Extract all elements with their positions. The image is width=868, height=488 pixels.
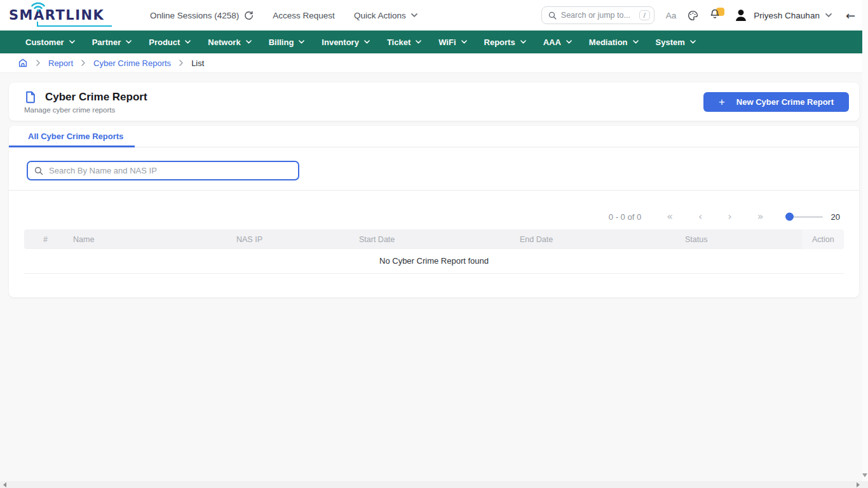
tab-bar: All Cyber Crime Reports bbox=[9, 126, 859, 147]
page-title: Cyber Crime Report bbox=[45, 91, 147, 104]
theme-palette-icon[interactable] bbox=[688, 10, 698, 21]
nav-item-label: Ticket bbox=[387, 37, 410, 47]
breadcrumb-link-cyber-crime-reports[interactable]: Cyber Crime Reports bbox=[93, 58, 171, 68]
search-icon bbox=[548, 11, 557, 20]
page-size-value: 20 bbox=[831, 212, 840, 222]
nav-item-label: Billing bbox=[269, 37, 294, 47]
access-request-label: Access Request bbox=[273, 11, 335, 20]
chevron-down-icon bbox=[416, 40, 421, 44]
scroll-left-arrow-icon[interactable] bbox=[3, 482, 6, 487]
breadcrumb-link-report[interactable]: Report bbox=[48, 58, 73, 68]
quick-actions-menu[interactable]: Quick Actions bbox=[354, 11, 417, 20]
nav-item-reports[interactable]: Reports bbox=[484, 37, 526, 47]
nav-item-label: WiFi bbox=[438, 37, 456, 47]
empty-state-row: No Cyber Crime Report found bbox=[24, 249, 844, 273]
nav-item-label: System bbox=[656, 37, 685, 47]
new-cyber-crime-report-button[interactable]: + New Cyber Crime Report bbox=[703, 92, 849, 112]
access-request-link[interactable]: Access Request bbox=[273, 11, 335, 20]
chevron-down-icon bbox=[461, 40, 467, 44]
main-content: Cyber Crime Report Manage cyber crime re… bbox=[0, 73, 868, 307]
header-right-cluster: / Aa Priyesh Chauhan ← bbox=[541, 6, 855, 24]
page-header-card: Cyber Crime Report Manage cyber crime re… bbox=[9, 83, 859, 121]
wifi-icon bbox=[30, 1, 46, 12]
chevron-down-icon bbox=[690, 40, 696, 44]
list-search-input[interactable] bbox=[49, 166, 292, 175]
pagination-first-icon[interactable]: « bbox=[667, 212, 673, 222]
scroll-down-arrow-icon[interactable] bbox=[862, 473, 867, 477]
chevron-down-icon bbox=[126, 40, 132, 44]
column-header-action: Action bbox=[802, 229, 844, 249]
column-header-name: Name bbox=[63, 229, 226, 249]
smartlink-logo: SMARTLINK bbox=[9, 3, 112, 28]
chevron-down-icon bbox=[69, 40, 75, 44]
nav-item-aaa[interactable]: AAA bbox=[543, 37, 572, 47]
horizontal-scrollbar[interactable] bbox=[0, 481, 868, 488]
reports-table: # Name NAS IP Start Date End Date Status… bbox=[24, 229, 844, 274]
nav-item-label: Mediation bbox=[589, 37, 628, 47]
nav-item-label: Customer bbox=[25, 37, 64, 47]
nav-item-mediation[interactable]: Mediation bbox=[589, 37, 639, 47]
pagination-range: 0 - 0 of 0 bbox=[609, 212, 641, 222]
nav-item-ticket[interactable]: Ticket bbox=[387, 37, 421, 47]
nav-item-label: Product bbox=[149, 37, 180, 47]
nav-item-inventory[interactable]: Inventory bbox=[322, 37, 370, 47]
user-menu[interactable]: Priyesh Chauhan bbox=[734, 8, 832, 22]
report-list-card: All Cyber Crime Reports 0 - 0 of 0 « ‹ ›… bbox=[9, 126, 859, 297]
user-name: Priyesh Chauhan bbox=[754, 11, 820, 20]
font-size-toggle[interactable]: Aa bbox=[666, 11, 677, 20]
bell-icon bbox=[710, 9, 720, 19]
quick-actions-label: Quick Actions bbox=[354, 11, 406, 20]
breadcrumb-separator-icon bbox=[179, 60, 183, 66]
vertical-scrollbar[interactable] bbox=[862, 0, 868, 481]
tab-all-cyber-crime-reports[interactable]: All Cyber Crime Reports bbox=[9, 126, 135, 147]
nav-item-customer[interactable]: Customer bbox=[25, 37, 75, 47]
pagination-last-icon[interactable]: » bbox=[757, 212, 764, 222]
logo-underline bbox=[37, 22, 112, 27]
scroll-right-arrow-icon[interactable] bbox=[857, 482, 860, 487]
chevron-down-icon bbox=[411, 13, 417, 17]
chevron-down-icon bbox=[185, 40, 191, 44]
online-sessions-link[interactable]: Online Sessions (4258) bbox=[150, 11, 254, 20]
keyboard-shortcut-badge: / bbox=[639, 10, 650, 20]
pagination-prev-icon[interactable]: ‹ bbox=[698, 212, 702, 222]
nav-item-product[interactable]: Product bbox=[149, 37, 191, 47]
global-search-input[interactable] bbox=[561, 11, 635, 20]
back-arrow-button[interactable]: ← bbox=[846, 9, 855, 22]
page-header-left: Cyber Crime Report Manage cyber crime re… bbox=[24, 90, 147, 114]
nav-item-label: Reports bbox=[484, 37, 515, 47]
main-nav: Customer Partner Product Network Billing… bbox=[0, 30, 868, 53]
breadcrumb-separator-icon bbox=[36, 60, 40, 66]
global-search-box[interactable]: / bbox=[541, 6, 654, 24]
nav-item-wifi[interactable]: WiFi bbox=[438, 37, 466, 47]
chevron-down-icon bbox=[633, 40, 639, 44]
nav-item-partner[interactable]: Partner bbox=[92, 37, 132, 47]
nav-item-system[interactable]: System bbox=[656, 37, 696, 47]
home-icon[interactable] bbox=[18, 58, 28, 68]
page-subtitle: Manage cyber crime reports bbox=[24, 106, 147, 114]
notifications-button[interactable] bbox=[710, 9, 722, 22]
top-header: SMARTLINK Online Sessions (4258) Access … bbox=[0, 0, 868, 30]
empty-state-message: No Cyber Crime Report found bbox=[24, 249, 844, 273]
page-size-slider[interactable] bbox=[786, 216, 823, 218]
list-search-box[interactable] bbox=[27, 161, 299, 180]
breadcrumb-separator-icon bbox=[81, 60, 85, 66]
breadcrumb: Report Cyber Crime Reports List bbox=[0, 53, 868, 73]
chevron-down-icon bbox=[825, 13, 832, 17]
pagination-next-icon[interactable]: › bbox=[728, 212, 731, 222]
nav-item-network[interactable]: Network bbox=[208, 37, 251, 47]
chevron-down-icon bbox=[364, 40, 370, 44]
report-file-icon bbox=[24, 90, 37, 104]
column-header-status: Status bbox=[675, 229, 802, 249]
online-sessions-label: Online Sessions (4258) bbox=[150, 11, 239, 20]
chevron-down-icon bbox=[246, 40, 252, 44]
table-header-row: # Name NAS IP Start Date End Date Status… bbox=[24, 229, 844, 249]
pagination: 0 - 0 of 0 « ‹ › » 20 bbox=[9, 212, 840, 222]
nav-item-billing[interactable]: Billing bbox=[269, 37, 305, 47]
nav-item-label: Network bbox=[208, 37, 240, 47]
refresh-icon[interactable] bbox=[244, 11, 254, 20]
chevron-down-icon bbox=[566, 40, 572, 44]
page-size-slider-handle[interactable] bbox=[785, 213, 794, 221]
nav-item-label: AAA bbox=[543, 37, 561, 47]
avatar-icon bbox=[734, 8, 748, 22]
breadcrumb-current: List bbox=[191, 58, 204, 68]
